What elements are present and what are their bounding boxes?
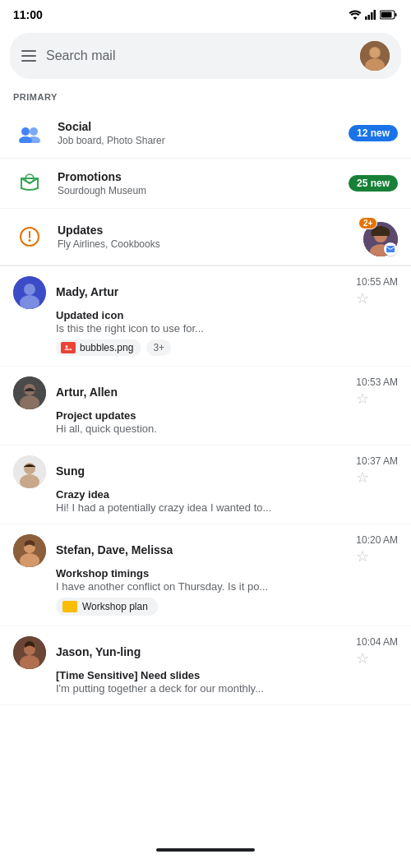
promotions-info: Promotions Sourdough Museum [58,170,337,196]
category-social[interactable]: Social Job board, Photo Sharer 12 new [0,108,411,159]
attachment-chip: bubbles.png [56,339,141,356]
star-button-1[interactable]: ☆ [356,289,369,307]
social-sub: Job board, Photo Sharer [58,135,337,146]
email-row[interactable]: Artur, Allen 10:53 AM ☆ Project updates … [0,367,411,446]
attachments-4: Workshop plan [56,598,398,616]
menu-button[interactable] [21,50,36,62]
email-row[interactable]: Mady, Artur 10:55 AM ☆ Updated icon Is t… [0,266,411,367]
updates-name: Updates [58,224,347,237]
attachments-1: bubbles.png 3+ [56,339,398,356]
category-promotions[interactable]: Promotions Sourdough Museum 25 new [0,159,411,209]
email-subject-4: Workshop timings [56,567,398,579]
email-sender-4: Stefan, Dave, Melissa [56,543,173,556]
email-row[interactable]: Stefan, Dave, Melissa 10:20 AM ☆ Worksho… [0,524,411,626]
email-preview-2: Hi all, quick question. [56,422,398,435]
email-row[interactable]: Jason, Yun-ling 10:04 AM ☆ [Time Sensiti… [0,626,411,705]
svg-point-18 [29,239,31,242]
star-button-4[interactable]: ☆ [356,547,369,566]
email-sender-1: Mady, Artur [56,285,118,298]
email-header-2: Artur, Allen 10:53 AM ☆ [56,376,398,408]
email-content-4: Stefan, Dave, Melissa 10:20 AM ☆ Worksho… [56,534,398,616]
updates-sub: Fly Airlines, Cookbooks [58,238,347,250]
email-sender-3: Sung [56,464,85,478]
promotions-icon [13,167,46,200]
promotions-name: Promotions [58,170,337,183]
svg-point-10 [370,48,380,58]
social-info: Social Job board, Photo Sharer [58,120,337,146]
email-content-2: Artur, Allen 10:53 AM ☆ Project updates … [56,376,398,435]
updates-count: 2+ [358,217,377,229]
svg-rect-5 [395,13,397,16]
updates-badge: 2+ [358,217,398,256]
workshop-attach: Workshop plan [56,598,158,616]
avatar-sung [13,455,46,488]
email-content-5: Jason, Yun-ling 10:04 AM ☆ [Time Sensiti… [56,636,398,695]
email-meta-3: 10:37 AM ☆ [349,455,398,487]
battery-icon [380,10,398,20]
search-bar[interactable]: Search mail [10,33,401,79]
email-meta-4: 10:20 AM ☆ [349,534,398,566]
svg-point-27 [66,345,68,348]
email-meta-2: 10:53 AM ☆ [349,376,398,408]
status-time: 11:00 [13,8,43,21]
email-subject-5: [Time Sensitive] Need slides [56,669,398,681]
section-primary-label: PRIMARY [0,89,411,108]
wifi-icon [349,10,362,20]
email-time-5: 10:04 AM [356,636,398,648]
email-content-1: Mady, Artur 10:55 AM ☆ Updated icon Is t… [56,276,398,356]
email-subject-1: Updated icon [56,309,398,321]
email-preview-1: Is this the right icon to use for... [56,322,398,335]
svg-rect-26 [63,344,73,352]
avatar-mady [13,276,46,309]
email-time-4: 10:20 AM [356,534,398,546]
attachment-name: bubbles.png [80,342,133,353]
updates-icon [13,220,46,253]
email-preview-5: I'm putting together a deck for our mont… [56,682,398,695]
updates-info: Updates Fly Airlines, Cookbooks [58,224,347,250]
status-bar: 11:00 [0,0,411,26]
attach-more: 3+ [146,339,171,356]
email-time-3: 10:37 AM [356,455,398,467]
search-input[interactable]: Search mail [46,48,350,63]
avatar-artur [13,376,46,409]
svg-rect-3 [374,10,376,20]
email-meta-1: 10:55 AM ☆ [349,276,398,307]
social-icon [13,117,46,150]
promotions-sub: Sourdough Museum [58,185,337,196]
svg-rect-0 [365,16,367,20]
svg-rect-2 [371,12,373,20]
svg-rect-6 [381,12,392,18]
workshop-icon [62,601,77,612]
svg-point-11 [21,127,30,136]
status-icons [349,10,398,20]
email-row[interactable]: Sung 10:37 AM ☆ Crazy idea Hi! I had a p… [0,446,411,524]
email-sender-5: Jason, Yun-ling [56,645,141,658]
email-meta-5: 10:04 AM ☆ [349,636,398,667]
svg-point-12 [30,127,38,136]
email-header-4: Stefan, Dave, Melissa 10:20 AM ☆ [56,534,398,566]
bottom-bar [0,838,411,868]
home-indicator [156,848,255,852]
social-name: Social [58,120,337,133]
email-preview-3: Hi! I had a potentially crazy idea I wan… [56,501,398,514]
email-preview-4: I have another conflict on Thursday. Is … [56,580,398,593]
email-subject-2: Project updates [56,409,398,422]
svg-point-24 [24,284,35,295]
email-header-5: Jason, Yun-ling 10:04 AM ☆ [56,636,398,667]
email-time-1: 10:55 AM [356,276,398,288]
star-button-3[interactable]: ☆ [356,469,369,487]
image-attach-icon [61,342,76,353]
workshop-attach-label: Workshop plan [82,601,148,612]
social-badge: 12 new [349,125,398,141]
avatar-stefan [13,534,46,567]
gmail-badge-icon [384,242,397,256]
email-time-2: 10:53 AM [356,376,398,388]
user-avatar[interactable] [360,41,390,71]
svg-rect-1 [368,15,371,20]
category-updates[interactable]: Updates Fly Airlines, Cookbooks 2+ [0,209,411,265]
email-content-3: Sung 10:37 AM ☆ Crazy idea Hi! I had a p… [56,455,398,514]
star-button-2[interactable]: ☆ [356,390,369,408]
email-subject-3: Crazy idea [56,488,398,501]
star-button-5[interactable]: ☆ [356,649,369,667]
email-sender-2: Artur, Allen [56,386,118,399]
